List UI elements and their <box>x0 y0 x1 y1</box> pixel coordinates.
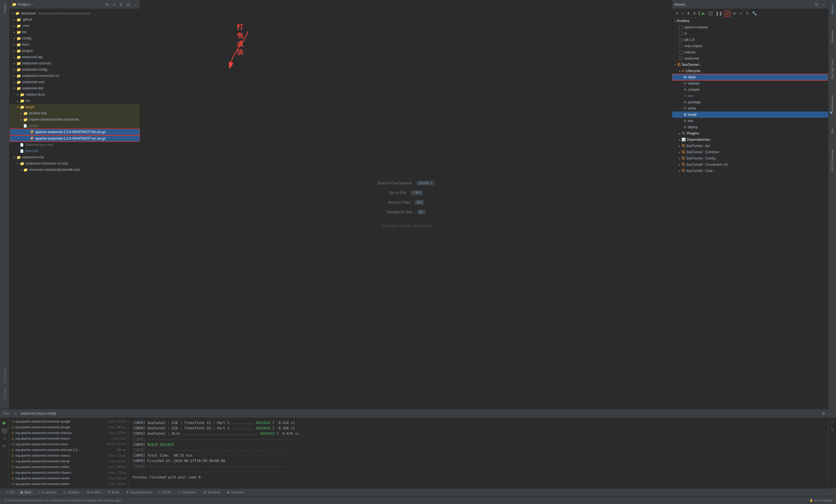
maven-lifecycle-test[interactable]: ⚙ test <box>672 93 828 99</box>
left-tab-project[interactable]: Project <box>1 1 9 15</box>
run-right-btn1[interactable]: ≡ <box>830 419 834 425</box>
tree-connector-amazondynamodb[interactable]: 📁 connector-amazondynamodb-e2e <box>10 167 140 173</box>
side-tab-json[interactable]: JSON Formatter <box>830 147 835 174</box>
tree-seatunnel-dist[interactable]: 📁 seatunnel-dist <box>10 85 140 91</box>
maven-seatunnel-section[interactable]: ▾ 🏗 SeaTunnel : <box>672 62 828 68</box>
tab-build[interactable]: ⚒ Build <box>105 489 122 495</box>
tab-git[interactable]: ⎇ Git <box>2 489 17 495</box>
maven-lifecycle-package[interactable]: ⚙ package <box>672 99 828 105</box>
panel-title[interactable]: 📁 Project ▾ <box>12 2 33 6</box>
tab-todo[interactable]: ≡ TODO <box>156 489 174 495</box>
tree-seatunnel-api[interactable]: 📁 seatunnel-api <box>10 54 140 60</box>
maven-refresh-btn[interactable]: ↺ <box>674 10 680 17</box>
run-item-1[interactable]: ⚠ org.apache.seatunnel:connector-google … <box>9 419 128 424</box>
run-right-btn2[interactable]: ⇅ <box>830 426 835 432</box>
run-filter-btn[interactable]: ⚙ <box>2 443 7 449</box>
maven-lifecycle-validate[interactable]: ⚙ validate <box>672 80 828 86</box>
maven-settings-icon[interactable]: ⚙ <box>814 2 819 7</box>
run-close-icon[interactable]: − <box>828 411 833 416</box>
maven-seatunnel-config[interactable]: ▸ 🏗 SeaTunnel : Config : <box>672 155 828 161</box>
tab-statistic[interactable]: ◴ Statistic <box>61 489 82 495</box>
maven-profile-seatunnel[interactable]: seatunnel <box>672 55 828 62</box>
tab-profiler[interactable]: ◑ Profiler <box>83 489 104 495</box>
seatunnel-checkbox[interactable] <box>679 57 683 60</box>
maven-plugins-header[interactable]: ▸ 🔌 Plugins <box>672 130 828 136</box>
maven-expand-btn[interactable]: ⇅ <box>745 10 750 17</box>
maven-lifecycle-install[interactable]: ⚙ install <box>672 112 828 118</box>
maven-seatunnel-api[interactable]: ▸ 🏗 SeaTunnel : Api <box>672 143 828 149</box>
tree-root[interactable]: 📁 seatunnel ~/Desktop/StreamPark/code/se… <box>10 10 140 17</box>
run-stop-btn[interactable]: ⬛ <box>1 427 8 434</box>
tree-bin-tar[interactable]: 📦 apache-seatunnel-2.3.4-SNAPSHOT-bin.ta… <box>10 129 140 135</box>
maven-profile-release[interactable]: release <box>672 49 828 55</box>
maven-dependencies-header[interactable]: ▸ 📊 Dependencies <box>672 136 828 143</box>
maven-wrench-btn[interactable]: 🔧 <box>751 10 758 17</box>
tree-plugins[interactable]: 📁 plugins <box>10 48 140 54</box>
tree-bin[interactable]: 📁 bin <box>10 29 140 35</box>
tab-run[interactable]: ▶ Run <box>18 489 34 495</box>
jdk18-checkbox[interactable] <box>679 38 683 42</box>
tree-maven-shared[interactable]: 📁 maven-shared-archive-resources <box>10 116 140 122</box>
maven-profile-only-eclipse[interactable]: only-eclipse <box>672 43 828 49</box>
tab-terminal[interactable]: ▤ Terminal <box>201 489 223 495</box>
maven-add-btn[interactable]: + <box>681 10 685 17</box>
tree-flattened-pom[interactable]: 📄 .flattened-pom.xml <box>10 142 140 148</box>
run-item-12[interactable]: ⚠ org.apache.seatunnel:connector-paimo 3… <box>9 481 128 487</box>
status-version[interactable]: 🔒 2.3.3-release <box>809 498 833 502</box>
tree-release-docs[interactable]: 📁 release-docs <box>10 91 140 98</box>
tree-seatunnel-e2e[interactable]: 📁 seatunnel-e2e <box>10 154 140 160</box>
tree-target[interactable]: 📁 target <box>10 104 140 110</box>
maven-workspace-btn[interactable]: ↩ <box>739 10 744 17</box>
maven-lifecycle-clean[interactable]: ⚙ clean <box>672 74 828 80</box>
maven-lifecycle-header[interactable]: ▾ ⚙ Lifecycle <box>672 68 828 74</box>
close-icon[interactable]: − <box>133 2 138 7</box>
maven-skip-tests-btn[interactable]: ⊘ <box>724 11 730 17</box>
run-item-9[interactable]: ⚠ org.apache.seatunnel:connector-select … <box>9 464 128 470</box>
tab-problems[interactable]: ⚠ Problems <box>175 489 200 495</box>
side-tab-bito[interactable]: Bito <box>830 126 835 136</box>
apache-release-checkbox[interactable] <box>679 25 683 29</box>
tree-pom-xml[interactable]: 📄 pom.xml <box>10 148 140 154</box>
run-item-2[interactable]: ⚠ org.apache.seatunnel:connector-google … <box>9 424 128 430</box>
tree-mvn[interactable]: 📁 .mvn <box>10 23 140 29</box>
ci-checkbox[interactable] <box>679 32 683 36</box>
run-rerun-btn[interactable]: ↺ <box>2 435 7 442</box>
maven-minus-btn[interactable]: ⬇ <box>686 10 691 17</box>
side-tab-database[interactable]: Database <box>830 27 835 45</box>
maven-toggle-btn[interactable]: ≫ <box>732 10 738 17</box>
tree-github[interactable]: 📁 .github <box>10 17 140 23</box>
tab-endpoints[interactable]: ⬡ Endpoints <box>35 489 59 495</box>
left-tab-bookmarks[interactable]: Bookmarks <box>1 366 9 386</box>
side-tab-bigdata[interactable]: Big Data Tools <box>830 57 835 81</box>
maven-seatunnel-common[interactable]: ▸ 🏗 SeaTunnel : Common <box>672 149 828 155</box>
maven-lifecycle-compile[interactable]: ⚙ compile <box>672 86 828 93</box>
tree-config[interactable]: 📁 config <box>10 35 140 41</box>
tree-archive-tmp[interactable]: 📁 archive-tmp <box>10 110 140 116</box>
tree-connector-v2-e2e[interactable]: 📁 seatunnel-connector-v2-e2e <box>10 160 140 167</box>
gear-icon[interactable]: ⚙ <box>126 2 132 7</box>
run-item-4[interactable]: ⚠ org.apache.seatunnel:connector-maxco 1… <box>9 435 128 441</box>
tree-plxarc[interactable]: 📄 .plxarc <box>10 122 140 129</box>
maven-download-btn[interactable]: ⬆ <box>692 10 697 17</box>
run-item-7[interactable]: ⚠ org.apache.seatunnel:connector-maxco 3… <box>9 453 128 458</box>
maven-close-icon[interactable]: − <box>821 2 826 7</box>
maven-profile-ci[interactable]: ci <box>672 31 828 37</box>
maven-lifecycle-site[interactable]: ⚙ site <box>672 118 828 124</box>
maven-profiles-header[interactable]: ▾ Profiles <box>672 18 828 24</box>
sort-icon[interactable]: ≡ <box>112 2 116 7</box>
tree-connectors-v2[interactable]: 📁 seatunnel-connectors-v2 <box>10 73 140 79</box>
tree-src-tar[interactable]: 📦 apache-seatunnel-2.3.4-SNAPSHOT-src.ta… <box>10 135 140 142</box>
run-item-8[interactable]: ⚠ org.apache.seatunnel:connector-tdengi … <box>9 458 128 464</box>
maven-seatunnel-core[interactable]: ▸ 🏗 SeaTunnel : Core : <box>672 168 828 174</box>
status-git[interactable]: ⎇ Checked out new branch 2.3.3-release f… <box>3 498 121 502</box>
maven-seatunnel-connectors[interactable]: ▸ 🏗 SeaTunnel : Connectors V2 : <box>672 161 828 168</box>
run-play-btn[interactable]: ▶ <box>2 419 7 426</box>
release-checkbox[interactable] <box>679 51 683 54</box>
maven-profile-jdk18[interactable]: jdk-1.8 <box>672 37 828 43</box>
only-eclipse-checkbox[interactable] <box>679 44 683 48</box>
tree-seatunnel-config[interactable]: 📁 seatunnel-config <box>10 66 140 73</box>
run-item-11[interactable]: ⚠ org.apache.seatunnel:connector-rocket … <box>9 475 128 481</box>
run-item-3[interactable]: ⚠ org.apache.seatunnel:connector-slack:j… <box>9 430 128 435</box>
run-item-6[interactable]: ⚠ org.apache.seatunnel:connector-doris:j… <box>9 447 128 453</box>
maven-skip-btn[interactable]: ❚❚ <box>715 10 723 17</box>
